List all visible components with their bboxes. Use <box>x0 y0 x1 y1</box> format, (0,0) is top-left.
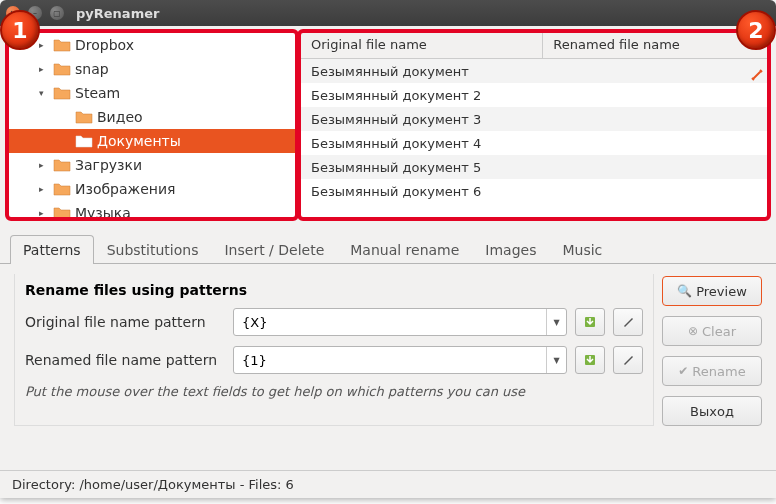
cell-original: Безымянный документ 4 <box>301 136 543 151</box>
table-row[interactable]: Безымянный документ 5 <box>301 155 767 179</box>
file-list[interactable]: Original file name Renamed file name Без… <box>300 32 768 218</box>
expander-icon[interactable]: ▸ <box>39 64 49 74</box>
tab-music[interactable]: Music <box>549 235 615 264</box>
expander-icon[interactable]: ▸ <box>39 208 49 218</box>
exit-button[interactable]: Выход <box>662 396 762 426</box>
tree-label: Видео <box>97 109 143 125</box>
tree-item[interactable]: ▸snap <box>9 57 295 81</box>
tree-label: Загрузки <box>75 157 142 173</box>
annotation-marker-1: 1 <box>0 10 40 50</box>
cell-original: Безымянный документ 2 <box>301 88 543 103</box>
edit-pattern-button[interactable] <box>613 346 643 374</box>
folder-tree[interactable]: ▸Dropbox▸snap▾SteamВидеоДокументы▸Загруз… <box>8 32 296 218</box>
tree-item[interactable]: ▸Dropbox <box>9 33 295 57</box>
titlebar: ✕ – ▢ pyRenamer <box>0 0 776 26</box>
patterns-title: Rename files using patterns <box>25 282 643 298</box>
column-renamed[interactable]: Renamed file name <box>543 33 767 58</box>
expander-icon[interactable]: ▸ <box>39 40 49 50</box>
clear-label: Clear <box>702 324 736 339</box>
patterns-panel: Rename files using patterns Original fil… <box>14 274 654 426</box>
rename-label: Rename <box>692 364 745 379</box>
table-row[interactable]: Безымянный документ 3 <box>301 107 767 131</box>
search-icon: 🔍 <box>677 284 692 298</box>
tree-label: Steam <box>75 85 120 101</box>
cell-original: Безымянный документ <box>301 64 543 79</box>
table-row[interactable]: Безымянный документ 2 <box>301 83 767 107</box>
save-pattern-button[interactable] <box>575 346 605 374</box>
check-icon: ✔ <box>678 364 688 378</box>
tree-item[interactable]: ▾Steam <box>9 81 295 105</box>
renamed-pattern-label: Renamed file name pattern <box>25 352 225 368</box>
tree-item[interactable]: ▸Загрузки <box>9 153 295 177</box>
original-pattern-input[interactable] <box>234 315 546 330</box>
tab-images[interactable]: Images <box>472 235 549 264</box>
expander-icon[interactable]: ▸ <box>39 184 49 194</box>
tree-item[interactable]: Документы <box>9 129 295 153</box>
tree-label: Изображения <box>75 181 175 197</box>
tree-item[interactable]: Видео <box>9 105 295 129</box>
column-original[interactable]: Original file name <box>301 33 543 58</box>
table-row[interactable]: Безымянный документ <box>301 59 767 83</box>
tab-bar: Patterns Substitutions Insert / Delete M… <box>0 226 776 264</box>
tab-substitutions[interactable]: Substitutions <box>94 235 212 264</box>
patterns-hint: Put the mouse over the text fields to ge… <box>25 384 643 399</box>
tab-manual-rename[interactable]: Manual rename <box>337 235 472 264</box>
cell-original: Безымянный документ 3 <box>301 112 543 127</box>
tree-item[interactable]: ▸Изображения <box>9 177 295 201</box>
preview-button[interactable]: 🔍Preview <box>662 276 762 306</box>
exit-label: Выход <box>690 404 734 419</box>
tools-icon[interactable] <box>748 66 766 84</box>
cell-original: Безымянный документ 6 <box>301 184 543 199</box>
tree-label: Dropbox <box>75 37 134 53</box>
tree-item[interactable]: ▸Музыка <box>9 201 295 218</box>
rename-button[interactable]: ✔Rename <box>662 356 762 386</box>
status-bar: Directory: /home/user/Документы - Files:… <box>0 470 776 498</box>
table-row[interactable]: Безымянный документ 6 <box>301 179 767 203</box>
tab-insert-delete[interactable]: Insert / Delete <box>211 235 337 264</box>
edit-pattern-button[interactable] <box>613 308 643 336</box>
renamed-pattern-input[interactable] <box>234 353 546 368</box>
window-title: pyRenamer <box>76 6 159 21</box>
save-pattern-button[interactable] <box>575 308 605 336</box>
maximize-icon[interactable]: ▢ <box>50 6 64 20</box>
expander-icon[interactable]: ▸ <box>39 160 49 170</box>
chevron-down-icon[interactable]: ▼ <box>546 347 566 373</box>
preview-label: Preview <box>696 284 747 299</box>
clear-icon: ⊗ <box>688 324 698 338</box>
tab-patterns[interactable]: Patterns <box>10 235 94 264</box>
annotation-marker-2: 2 <box>736 10 776 50</box>
chevron-down-icon[interactable]: ▼ <box>546 309 566 335</box>
expander-icon[interactable]: ▾ <box>39 88 49 98</box>
tree-label: Документы <box>97 133 181 149</box>
tree-label: Музыка <box>75 205 131 218</box>
original-pattern-label: Original file name pattern <box>25 314 225 330</box>
clear-button[interactable]: ⊗Clear <box>662 316 762 346</box>
cell-original: Безымянный документ 5 <box>301 160 543 175</box>
tree-label: snap <box>75 61 109 77</box>
table-row[interactable]: Безымянный документ 4 <box>301 131 767 155</box>
